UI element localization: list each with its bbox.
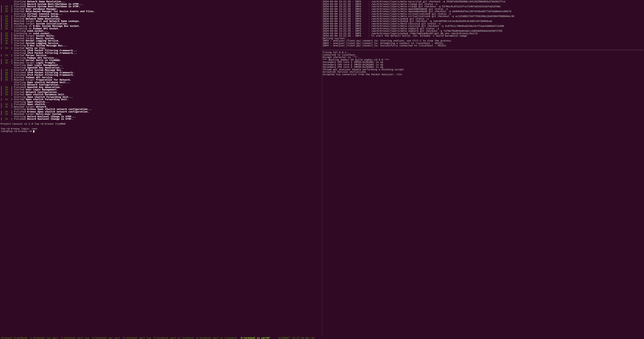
boot-line: [ OK ] Started Network Configuration. bbox=[1, 91, 321, 94]
boot-line: [ OK ] Started Podman API Service. bbox=[1, 76, 321, 79]
boot-line: Starting Open vSwitch Forwarding Unit... bbox=[1, 96, 321, 98]
log-line: 2024-03-04 13:21:35 - INFO - /work/krono… bbox=[323, 25, 644, 27]
boot-line: Starting Open vSwitch Database Unit... bbox=[1, 81, 321, 84]
boot-msg: Record Runlevel Change in UTMP. bbox=[27, 118, 73, 120]
zephyr-line: Secondary CPU core 2 (MPID:0x20200) is u… bbox=[323, 64, 644, 66]
boot-verb: Finished bbox=[14, 118, 27, 120]
boot-line: [ OK ] Finished IPv4 Packet Filtering Fr… bbox=[1, 74, 321, 76]
boot-line bbox=[1, 120, 321, 123]
boot-line: [ OK ] Reached target Preparation for Ne… bbox=[1, 78, 321, 81]
boot-line: Starting Network Configuration... bbox=[1, 84, 321, 86]
boot-line: [ OK ] Finished OpenSSH Key Generation. bbox=[1, 86, 321, 88]
boot-line: [ OK ] Listening on Podman API Socket. bbox=[1, 27, 321, 30]
tmux-window-tab[interactable]: 0:python3 bbox=[14, 336, 30, 339]
tmux-window-tab[interactable]: 4:terminal_uart_lcp bbox=[123, 336, 154, 339]
zephyr-line: Secondary CPU core 1 (MPID:0x20100) is u… bbox=[323, 61, 644, 64]
blank-line bbox=[323, 47, 644, 50]
zephyr-line: Actuation Service initialized. bbox=[323, 71, 644, 73]
boot-line: [ OK ] Started User Database Manager. bbox=[1, 8, 321, 10]
boot-line: [ OK ] Reached target Login Prompts. bbox=[1, 62, 321, 64]
boot-line: Starting User Login Management... bbox=[1, 64, 321, 66]
tmux-window-tab[interactable]: 5:terminal_uart_si_cluster1 bbox=[154, 336, 196, 339]
tmux-session-name[interactable]: [kronos] bbox=[1, 336, 14, 339]
log-line: 2024-03-04 13:21:35 - INFO - /work/krono… bbox=[323, 8, 644, 10]
tmux-host: "e128087" bbox=[278, 336, 292, 339]
log-line: INFO : analyzer_client.py/_connect_to: A… bbox=[323, 42, 644, 44]
login-prompt: fvp-rd-kronos login: root bbox=[1, 128, 321, 130]
log-line: 2024-03-04 13:21:35 - INFO - To start th… bbox=[323, 34, 644, 37]
boot-line: Starting IPv6 Packet Filtering Framework… bbox=[1, 49, 321, 52]
zephyr-line: Thread get_analyzer_handle performing a … bbox=[323, 68, 644, 71]
log-line: 2024-03-04 13:21:35 - INFO - /work/krono… bbox=[323, 0, 644, 3]
log-line: 2024-03-04 13:21:35 - INFO - /work/krono… bbox=[323, 30, 644, 32]
boot-line: [ OK ] Started Network Name Resolution. bbox=[1, 18, 321, 20]
log-line: 2024-03-04 13:21:35 - INFO - /work/krono… bbox=[323, 18, 644, 20]
boot-line: Starting Open vSwitch... bbox=[1, 101, 321, 103]
boot-line: [ OK ] Reached target Multi-User System. bbox=[1, 113, 321, 115]
boot-line: [ OK ] Started User Login Management. bbox=[1, 88, 321, 91]
zephyr-line: Escape character is '^]'. bbox=[323, 56, 644, 58]
zephyr-line: *** Booting Zephyr OS build zephyr-v3.5.… bbox=[323, 58, 644, 61]
boot-line bbox=[1, 125, 321, 128]
boot-line: Starting Record System Boot/Shutdown in … bbox=[1, 3, 321, 6]
cursor-icon bbox=[33, 130, 34, 132]
boot-line: [ OK ] Listening on sshd.socket. bbox=[1, 32, 321, 35]
log-line: 2024-03-04 13:21:35 - INFO - /work/krono… bbox=[323, 5, 644, 8]
boot-line: [ OK ] Finished Open vSwitch. bbox=[1, 103, 321, 106]
boot-line: [ OK ] Started Getty on tty1. bbox=[1, 47, 321, 50]
boot-line: [ OK ] Listening on D-Bus System Message… bbox=[1, 25, 321, 27]
log-line: 2024-03-04 13:21:35 - INFO - /work/krono… bbox=[323, 32, 644, 35]
log-line: 2024-03-04 13:21:35 - INFO - /work/krono… bbox=[323, 22, 644, 25]
boot-line: Starting Kronos Open vSwitch network con… bbox=[1, 108, 321, 110]
boot-line: Starting sshd.socket... bbox=[1, 30, 321, 32]
boot-line: Starting Podman API Service... bbox=[1, 57, 321, 59]
tmux-status-bar[interactable]: [kronos] 0:python3 1:terminal_rss_uart 2… bbox=[0, 337, 644, 339]
boot-line: [ OK ] Finished Kronos Open vSwitch netw… bbox=[1, 110, 321, 113]
status-ok: OK bbox=[5, 118, 8, 120]
right-pane[interactable]: 2024-03-04 13:21:35 - INFO - /work/krono… bbox=[322, 0, 644, 337]
boot-line: [ OK ] Finished Virtual Console Setup. bbox=[1, 15, 321, 18]
boot-line: [ OK ] Reached target Network. bbox=[1, 106, 321, 108]
log-line: 2024-03-04 13:21:35 - INFO - /work/krono… bbox=[323, 3, 644, 6]
shell-prompt[interactable]: root@fvp-rd-kronos:~# bbox=[1, 130, 321, 132]
boot-line: Starting IPv4 Packet Filtering Framework… bbox=[1, 52, 321, 54]
boot-line: Starting Network Name Resolution... bbox=[1, 0, 321, 3]
tmux-window-tab[interactable]: 3:terminal_sec_uart bbox=[92, 336, 123, 339]
log-line: INFO : analyzer_client.py/_connect_to: S… bbox=[323, 44, 644, 47]
boot-line: [ OK ] Reached target Basic System. bbox=[1, 37, 321, 40]
zephyr-line: Connected to localhost. bbox=[323, 54, 644, 56]
log-line: 2024-03-04 13:21:35 - INFO - /work/krono… bbox=[323, 13, 644, 15]
zephyr-line: Trying 127.0.0.1... bbox=[323, 51, 644, 54]
log-line: INFO : analyzer_client.py/_connect_to: S… bbox=[323, 40, 644, 42]
tmux-clock: 13:22 04-Mar-24 bbox=[292, 336, 314, 339]
boot-line: [ OK ] Started Serial Getty on ttyAMA0. bbox=[1, 59, 321, 62]
tmux-window-tab[interactable]: 8:terminal_ns_uart0* bbox=[241, 336, 273, 339]
boot-line: [ OK ] Reached target Host and Network N… bbox=[1, 20, 321, 22]
boot-line: [ OK ] Started Open vSwitch Database Uni… bbox=[1, 93, 321, 96]
boot-line: [ OK ] Reached target System Initializat… bbox=[1, 22, 321, 25]
boot-line: Starting OpenSSH Key Generation... bbox=[1, 66, 321, 69]
boot-line: Starting Virtual Console Setup... bbox=[1, 13, 321, 15]
boot-line: [ OK ] Reached target Socket Units. bbox=[1, 34, 321, 37]
boot-line: [ OK ] Finished Record Runlevel Change i… bbox=[1, 118, 321, 120]
log-line: 2024-03-04 13:21:35 - INFO - /work/krono… bbox=[323, 10, 644, 13]
boot-line: Starting D-Bus System Message Bus... bbox=[1, 44, 321, 47]
zephyr-line: Secondary CPU core 3 (MPID:0x20300) is u… bbox=[323, 66, 644, 68]
boot-line: [ OK ] Started Rule-based Manager for De… bbox=[1, 10, 321, 13]
tmux-window-tab[interactable]: 2:terminal_uart_scp bbox=[61, 336, 92, 339]
boot-line: [ OK ] Started Open vSwitch Forwarding U… bbox=[1, 98, 321, 101]
boot-line: [ OK ] Finished IPv6 Packet Filtering Fr… bbox=[1, 71, 321, 74]
tmux-window-tab[interactable]: 6:terminal_uart_si_cluster0- bbox=[196, 336, 241, 339]
left-pane[interactable]: Starting Network Name Resolution... Star… bbox=[0, 0, 322, 337]
log-line: 2024-03-04 13:21:35 - INFO - /work/krono… bbox=[323, 20, 644, 22]
boot-line: [ OK ] Started Parsec Service. bbox=[1, 54, 321, 57]
boot-line: [ OK ] Started D-Bus System Message Bus. bbox=[1, 69, 321, 71]
log-line: 2024-03-04 13:21:35 - INFO - /work/krono… bbox=[323, 27, 644, 30]
log-line: Getting sysroot... bbox=[323, 37, 644, 40]
boot-line: [ OK ] Started Kernel Logging Service. bbox=[1, 40, 321, 42]
banner-line: Project Cassini v1.1.0 fvp-rd-kronos tty… bbox=[1, 122, 321, 125]
boot-line: [ OK ] Started System Logging Service. bbox=[1, 42, 321, 44]
log-line: 2024-03-04 13:21:35 - INFO - /work/krono… bbox=[323, 15, 644, 18]
tmux-window-tab[interactable]: 1:terminal_rss_uart bbox=[30, 336, 61, 339]
zephyr-line: Accepted tcp connection from the Packet … bbox=[323, 73, 644, 76]
